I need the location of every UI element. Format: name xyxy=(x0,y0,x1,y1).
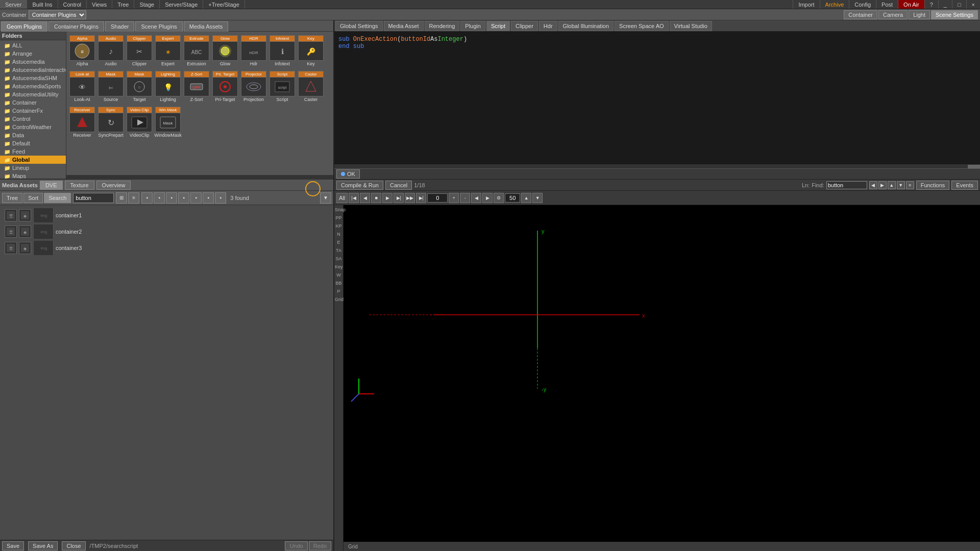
plugin-extrude[interactable]: Extrude ABC Extrusion xyxy=(183,34,210,68)
folder-default[interactable]: 📁Default xyxy=(0,139,66,147)
view-btn-4[interactable]: ▪ xyxy=(178,192,189,204)
folder-astucemedia[interactable]: 📁Astucemedia xyxy=(0,58,66,66)
folder-maps[interactable]: 📁Maps xyxy=(0,172,66,179)
folder-astucemedia-sports[interactable]: 📁AstucemediaSports xyxy=(0,82,66,90)
geom-scrollbar-h[interactable] xyxy=(66,174,333,179)
anim-key-prev[interactable]: ◀ xyxy=(471,193,481,203)
kp-label[interactable]: KP xyxy=(334,222,343,230)
find-prev-button[interactable]: ◀ xyxy=(869,181,877,189)
anim-play-end[interactable]: ▶| xyxy=(394,193,404,203)
folder-global[interactable]: 📁Global xyxy=(0,156,66,164)
anim-play[interactable]: ▶ xyxy=(382,193,393,203)
view-btn-7[interactable]: ▪ xyxy=(215,192,226,204)
folder-data[interactable]: 📁Data xyxy=(0,131,66,139)
ma-tab-dve[interactable]: DVE xyxy=(40,181,63,190)
view-btn-3[interactable]: ▪ xyxy=(166,192,177,204)
ptab-shader[interactable]: Shader xyxy=(105,21,134,32)
rtab-clipper[interactable]: Clipper xyxy=(511,21,538,31)
cancel-button[interactable]: Cancel xyxy=(385,181,412,190)
folder-containerfx[interactable]: 📁ContainerFx xyxy=(0,107,66,115)
view-btn-5[interactable]: ▪ xyxy=(190,192,202,204)
settings-btn[interactable]: ▼ xyxy=(320,192,331,204)
tree-button[interactable]: Tree xyxy=(2,193,22,203)
sa-label[interactable]: SA xyxy=(334,255,343,262)
menu-help[interactable]: ? xyxy=(924,0,938,9)
folder-control[interactable]: 📁Control xyxy=(0,115,66,123)
anim-start[interactable]: |◀ xyxy=(349,193,359,203)
snap-label[interactable]: Snap xyxy=(334,206,343,213)
tab-scene-settings[interactable]: Scene Settings xyxy=(931,10,978,19)
plugin-caster[interactable]: Caster Caster xyxy=(297,69,325,104)
find-input[interactable] xyxy=(826,181,867,189)
folder-lineup[interactable]: 📁Lineup xyxy=(0,164,66,172)
ma-tab-texture[interactable]: Texture xyxy=(65,181,94,190)
view-btn-1[interactable]: ▪ xyxy=(141,192,153,204)
menu-treestage[interactable]: +Tree/Stage xyxy=(203,0,244,9)
menu-views[interactable]: Views xyxy=(87,0,112,9)
grid-bottom-button[interactable]: Grid xyxy=(346,542,360,550)
search-input[interactable] xyxy=(73,193,114,203)
plugin-videoclip[interactable]: Video Clip VideoClip xyxy=(126,105,153,140)
find-down-button[interactable]: ▼ xyxy=(897,181,905,189)
bb-label[interactable]: BB xyxy=(334,280,343,287)
folder-feed[interactable]: 📁Feed xyxy=(0,147,66,156)
ma-tab-overview[interactable]: Overview xyxy=(96,181,131,190)
menu-config[interactable]: Config xyxy=(849,0,876,9)
menu-onair[interactable]: On Air xyxy=(898,0,924,9)
p-label[interactable]: P xyxy=(334,288,343,295)
icon-btn-2[interactable]: ≡ xyxy=(128,192,139,204)
pp-label[interactable]: PP xyxy=(334,214,343,221)
asset-row-3[interactable]: ☰ ◈ img container3 xyxy=(2,240,331,256)
e-label[interactable]: E xyxy=(334,239,343,246)
icon-btn-1[interactable]: ⊞ xyxy=(116,192,127,204)
anim-prev[interactable]: ◀ xyxy=(360,193,370,203)
plugin-hdr[interactable]: HDR HDR Hdr xyxy=(240,34,267,68)
menu-minimize[interactable]: _ xyxy=(938,0,952,9)
rtab-script[interactable]: Script xyxy=(486,21,510,31)
viewport[interactable]: Snap PP KP N E TA SA Key W BB P Grid y xyxy=(334,205,980,551)
rtab-media[interactable]: Media Asset xyxy=(384,21,424,31)
plugin-script[interactable]: Script script Script xyxy=(268,69,296,104)
compile-run-button[interactable]: Compile & Run xyxy=(336,181,383,190)
tab-container[interactable]: Container xyxy=(844,10,877,19)
menu-builtins[interactable]: Built Ins xyxy=(27,0,58,9)
ptab-geom[interactable]: Geom Plugins xyxy=(1,21,47,32)
rtab-rendering[interactable]: Rendering xyxy=(425,21,460,31)
menu-close[interactable]: × xyxy=(966,0,980,9)
ta-label[interactable]: TA xyxy=(334,247,343,254)
anim-speed-up[interactable]: ▲ xyxy=(521,193,531,203)
plugin-mask1[interactable]: Mask ✄ Source xyxy=(97,69,125,104)
ptab-media[interactable]: Media Assets xyxy=(184,21,228,32)
view-btn-6[interactable]: ▪ xyxy=(203,192,214,204)
anim-del-key[interactable]: - xyxy=(460,193,470,203)
rtab-global[interactable]: Global Settings xyxy=(335,21,383,31)
folder-controlweather[interactable]: 📁ControlWeather xyxy=(0,123,66,131)
plugin-audio[interactable]: Audio ♪ Audio xyxy=(97,34,125,68)
anim-speed-down[interactable]: ▼ xyxy=(532,193,543,203)
menu-server[interactable]: Server xyxy=(0,0,27,9)
menu-import[interactable]: Import xyxy=(793,0,819,9)
plugin-mask2[interactable]: Mask ○ Target xyxy=(126,69,153,104)
folder-astucemedia-shm[interactable]: 📁AstucemediaSHM xyxy=(0,74,66,82)
plugin-pritarget[interactable]: Pri. Target Pri-Target xyxy=(211,69,239,104)
rtab-screenspace[interactable]: Screen Space AO xyxy=(615,21,668,31)
plugin-winmask[interactable]: Win.Mask Mask WindowMask xyxy=(154,105,182,140)
anim-stop-sq[interactable]: ■ xyxy=(371,193,381,203)
ok-button[interactable]: OK xyxy=(336,169,360,179)
plugin-clipper[interactable]: Clipper ✂ Clipper xyxy=(126,34,153,68)
find-options-button[interactable]: ≡ xyxy=(906,181,914,189)
find-next-button[interactable]: ▶ xyxy=(878,181,887,189)
rtab-hdr[interactable]: Hdr xyxy=(539,21,557,31)
folder-arrange[interactable]: 📁Arrange xyxy=(0,49,66,58)
plugin-expert[interactable]: Expert ★ Expert xyxy=(154,34,182,68)
find-up-button[interactable]: ▲ xyxy=(888,181,896,189)
menu-tree[interactable]: Tree xyxy=(112,0,134,9)
plugin-sync[interactable]: Sync ↻ SyncPrepart xyxy=(97,105,125,140)
editor-scrollbar[interactable] xyxy=(334,164,980,168)
anim-key-next[interactable]: ▶ xyxy=(482,193,493,203)
plugin-alpha[interactable]: Alpha α Alpha xyxy=(68,34,96,68)
rtab-global-illum[interactable]: Global Illumination xyxy=(558,21,614,31)
asset-row-2[interactable]: ☰ ◈ img container2 xyxy=(2,223,331,240)
menu-stage[interactable]: Stage xyxy=(134,0,160,9)
functions-button[interactable]: Functions xyxy=(916,181,950,190)
